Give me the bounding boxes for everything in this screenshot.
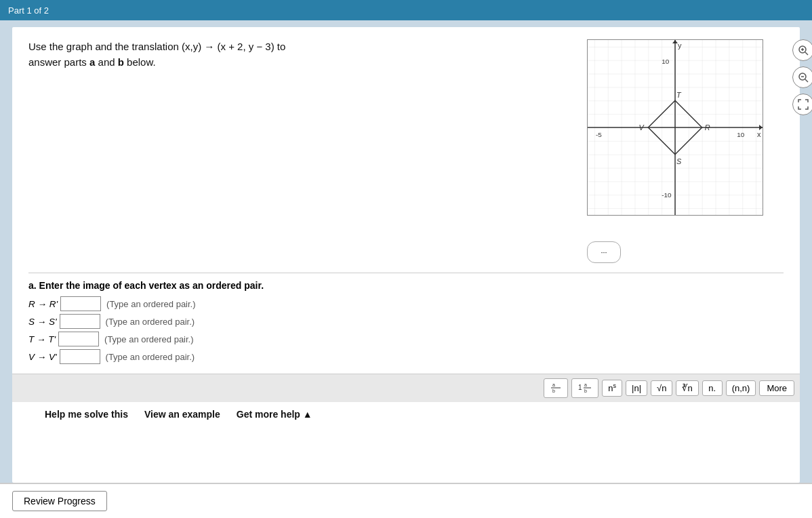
svg-text:y: y [678, 41, 682, 49]
section-divider [28, 273, 784, 273]
svg-text:-5: -5 [596, 131, 602, 138]
svg-line-20 [805, 52, 808, 55]
part-a-section: a. Enter the image of each vertex as an … [28, 280, 784, 367]
bottom-help: Help me solve this View an example Get m… [28, 402, 784, 425]
svg-text:10: 10 [662, 58, 670, 65]
question-top: Use the graph and the translation (x,y) … [28, 39, 784, 263]
svg-text:x: x [757, 130, 761, 138]
vertex-from-v: V → V' [28, 352, 57, 362]
svg-text:a: a [552, 382, 555, 387]
svg-line-23 [805, 79, 808, 82]
fraction-icon: a b [550, 381, 562, 393]
superscript-button[interactable]: ns [602, 380, 622, 396]
zoom-out-button[interactable] [792, 66, 812, 88]
coordinate-graph: x y 10 -10 10 -5 [587, 39, 763, 216]
vertex-row-r: R → R' (Type an ordered pair.) [28, 296, 784, 311]
expand-icon [798, 99, 809, 110]
vertex-row-s: S → S' (Type an ordered pair.) [28, 314, 784, 329]
vertex-from-s: S → S' [28, 317, 57, 327]
svg-text:S: S [676, 157, 682, 165]
svg-text:1: 1 [578, 384, 582, 391]
absolute-value-button[interactable]: |n| [626, 380, 647, 396]
more-math-button[interactable]: More [759, 380, 794, 396]
question-panel: Use the graph and the translation (x,y) … [12, 27, 800, 483]
math-toolbar: a b 1 a b ns |n| √n ∛n n. (n,n) [12, 374, 800, 402]
expand-button[interactable] [792, 94, 812, 115]
vertex-row-t: T → T' (Type an ordered pair.) [28, 332, 784, 346]
vertex-input-t[interactable] [58, 332, 99, 346]
svg-text:b: b [584, 388, 587, 393]
more-options-button[interactable]: ··· [587, 241, 621, 263]
get-more-help-link[interactable]: Get more help ▲ [237, 409, 312, 420]
review-progress-button[interactable]: Review Progress [12, 491, 107, 511]
decimal-button[interactable]: n. [702, 380, 723, 396]
question-title: Use the graph and the translation (x,y) … [28, 39, 567, 70]
vertex-from-t: T → T' [28, 334, 56, 344]
vertex-hint-r: (Type an ordered pair.) [106, 299, 196, 309]
graph-container: x y 10 -10 10 -5 [587, 39, 784, 236]
vertex-input-v[interactable] [60, 349, 100, 364]
vertex-input-s[interactable] [60, 314, 100, 329]
zoom-in-button[interactable] [792, 39, 812, 61]
vertex-hint-v: (Type an ordered pair.) [106, 352, 195, 362]
review-bar: Review Progress [0, 483, 812, 518]
zoom-out-icon [798, 72, 809, 83]
main-content: Use the graph and the translation (x,y) … [0, 20, 812, 518]
sqrt-button[interactable]: √n [651, 380, 672, 396]
part-a-title: a. Enter the image of each vertex as an … [28, 280, 784, 291]
svg-text:10: 10 [737, 131, 745, 138]
top-bar: Part 1 of 2 [0, 0, 812, 20]
svg-text:R: R [705, 123, 710, 132]
vertex-input-r[interactable] [60, 296, 101, 311]
vertex-row-v: V → V' (Type an ordered pair.) [28, 349, 784, 364]
view-example-link[interactable]: View an example [144, 409, 220, 420]
cbrt-button[interactable]: ∛n [676, 380, 698, 396]
svg-text:-10: -10 [662, 191, 672, 199]
fraction-button[interactable]: a b [544, 378, 568, 398]
mixed-number-icon: 1 a b [577, 381, 592, 393]
mixed-number-button[interactable]: 1 a b [571, 378, 598, 398]
vertex-hint-s: (Type an ordered pair.) [106, 317, 195, 327]
part-label: Part 1 of 2 [8, 5, 49, 16]
svg-text:b: b [552, 388, 555, 393]
vertex-from-r: R → R' [28, 299, 58, 309]
graph-icons [792, 39, 812, 115]
graph-area: x y 10 -10 10 -5 [587, 39, 784, 263]
ordered-pair-button[interactable]: (n,n) [726, 380, 756, 396]
vertex-hint-t: (Type an ordered pair.) [104, 334, 194, 344]
help-me-solve-link[interactable]: Help me solve this [45, 409, 128, 420]
svg-text:a: a [584, 382, 587, 387]
question-text-area: Use the graph and the translation (x,y) … [28, 39, 567, 75]
zoom-in-icon [798, 45, 809, 56]
